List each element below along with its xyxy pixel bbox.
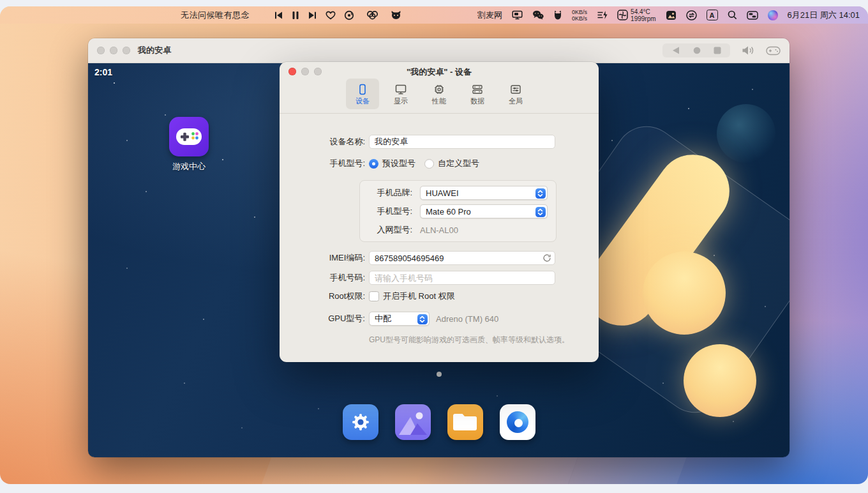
- browser-icon[interactable]: [500, 404, 535, 440]
- gallery-icon[interactable]: [395, 404, 431, 440]
- preset-model-radio-label: 预设型号: [382, 158, 415, 169]
- minimize-button[interactable]: [110, 47, 117, 54]
- fan-icon: [617, 10, 628, 20]
- imei-input[interactable]: [369, 251, 555, 265]
- tab-device[interactable]: 设备: [346, 79, 379, 109]
- model-row: 手机型号: Mate 60 Pro: [360, 204, 556, 218]
- app-label: 游戏中心: [168, 161, 209, 172]
- imei-row: IMEI编码:: [280, 251, 599, 265]
- settings-icon[interactable]: [343, 404, 378, 440]
- cat-icon[interactable]: [553, 10, 562, 20]
- tab-display[interactable]: 显示: [384, 79, 417, 109]
- gpu-value: 中配: [375, 313, 391, 324]
- previous-icon[interactable]: [274, 11, 283, 20]
- preset-model-radio[interactable]: 预设型号: [369, 158, 415, 169]
- brand-label: 手机品牌:: [360, 187, 412, 199]
- imei-label: IMEI编码:: [280, 252, 365, 264]
- device-name-input[interactable]: [369, 135, 555, 149]
- home-icon[interactable]: [693, 47, 701, 54]
- files-icon[interactable]: [447, 404, 483, 440]
- photos-icon[interactable]: [666, 10, 677, 20]
- checkbox-icon: [369, 291, 379, 301]
- net-up: 0KB/s: [572, 9, 587, 15]
- gpu-row: GPU型号: 中配 Adreno (TM) 640: [280, 312, 599, 326]
- now-playing-title: 无法问候唯有思念: [181, 10, 250, 21]
- model-mode-label: 手机型号:: [280, 158, 365, 169]
- gpu-select[interactable]: 中配: [369, 312, 430, 326]
- pause-icon[interactable]: [292, 11, 299, 20]
- radio-off-icon: [424, 159, 434, 169]
- starfield: [88, 63, 89, 64]
- custom-model-radio[interactable]: 自定义型号: [424, 158, 479, 169]
- zoom-button[interactable]: [123, 47, 130, 54]
- brand-select[interactable]: HUAWEI: [420, 186, 548, 200]
- android-clock: 2:01: [94, 67, 112, 77]
- menubar-datetime[interactable]: 6月21日 周六 14:01: [788, 10, 860, 21]
- glow-circle-decoration: [643, 252, 726, 335]
- fan-rpm: 1999rpm: [631, 15, 655, 22]
- dialog-title: "我的安卓" - 设备: [280, 66, 599, 78]
- titlebar-tools: [662, 43, 781, 57]
- volume-icon[interactable]: [741, 45, 755, 56]
- tab-global[interactable]: 全局: [499, 79, 532, 109]
- mac-desktop: 无法问候唯有思念 割麦网 0KB/s 0KB/s 54.4°C: [0, 6, 868, 484]
- tab-performance[interactable]: 性能: [423, 79, 456, 109]
- gpu-chip-name: Adreno (TM) 640: [436, 314, 498, 324]
- phone-number-input[interactable]: [369, 271, 555, 285]
- window-title: 我的安卓: [138, 45, 171, 56]
- network-model-label: 入网型号:: [360, 224, 412, 236]
- gpu-label: GPU型号:: [280, 313, 365, 324]
- menubar-status-area: 割麦网 0KB/s 0KB/s 54.4°C 1999rpm A 6: [477, 8, 868, 22]
- recents-icon[interactable]: [714, 47, 721, 54]
- bull-icon[interactable]: [391, 10, 401, 20]
- gamepad-icon[interactable]: [766, 45, 781, 56]
- vpn-app-label[interactable]: 割麦网: [477, 10, 502, 21]
- menubar: 无法问候唯有思念 割麦网 0KB/s 0KB/s 54.4°C: [0, 6, 868, 24]
- tab-data[interactable]: 数据: [461, 79, 494, 109]
- gpu-hint: GPU型号可能影响游戏的可选画质、帧率等级和默认选项。: [369, 335, 569, 345]
- power-bolt-icon[interactable]: [597, 10, 608, 20]
- display-icon[interactable]: [512, 10, 523, 20]
- brand-value: HUAWEI: [426, 188, 459, 198]
- stepper-icon: [417, 314, 428, 324]
- browser-logo: [507, 411, 528, 433]
- cpu-temp: 54.4°C: [631, 8, 655, 15]
- root-checkbox[interactable]: 开启手机 Root 权限: [369, 291, 455, 302]
- phone-number-row: 手机号码:: [280, 271, 599, 285]
- emulator-titlebar[interactable]: 我的安卓: [88, 38, 789, 63]
- siri-icon[interactable]: [768, 10, 778, 20]
- phone-number-label: 手机号码:: [280, 272, 365, 284]
- tab-label: 设备: [355, 98, 370, 105]
- switch-icon[interactable]: [686, 10, 697, 20]
- stepper-icon: [535, 207, 546, 217]
- next-icon[interactable]: [308, 11, 317, 20]
- dialog-tab-bar: 设备 显示 性能 数据 全局: [280, 79, 599, 110]
- back-icon[interactable]: [671, 47, 680, 54]
- network-speed[interactable]: 0KB/s 0KB/s: [572, 9, 587, 22]
- planet-decoration: [717, 104, 775, 163]
- model-select[interactable]: Mate 60 Pro: [420, 204, 548, 218]
- input-method-letter: A: [710, 11, 715, 19]
- search-icon[interactable]: [728, 10, 737, 20]
- input-method-indicator[interactable]: A: [707, 10, 718, 20]
- tab-label: 显示: [394, 98, 408, 105]
- wechat-icon[interactable]: [532, 10, 544, 20]
- root-row: Root权限: 开启手机 Root 权限: [280, 291, 599, 302]
- record-icon[interactable]: [344, 10, 354, 20]
- control-center-icon[interactable]: [747, 11, 758, 20]
- app-game-center[interactable]: 游戏中心: [168, 117, 209, 172]
- game-center-icon[interactable]: [169, 117, 209, 156]
- imei-refresh-icon[interactable]: [542, 254, 551, 262]
- android-dock: [88, 404, 789, 440]
- root-label: Root权限:: [280, 291, 365, 302]
- close-button[interactable]: [97, 47, 105, 54]
- network-model-row: 入网型号: ALN-AL00: [360, 224, 556, 236]
- brand-row: 手机品牌: HUAWEI: [360, 186, 556, 200]
- rings-icon[interactable]: [366, 10, 378, 20]
- model-value: Mate 60 Pro: [426, 207, 471, 216]
- model-mode-row: 手机型号: 预设型号 自定义型号: [280, 158, 599, 169]
- fan-readout: 54.4°C 1999rpm: [631, 8, 655, 22]
- heart-icon[interactable]: [326, 11, 336, 20]
- tab-label: 全局: [509, 98, 523, 105]
- fan-status[interactable]: 54.4°C 1999rpm: [617, 8, 655, 22]
